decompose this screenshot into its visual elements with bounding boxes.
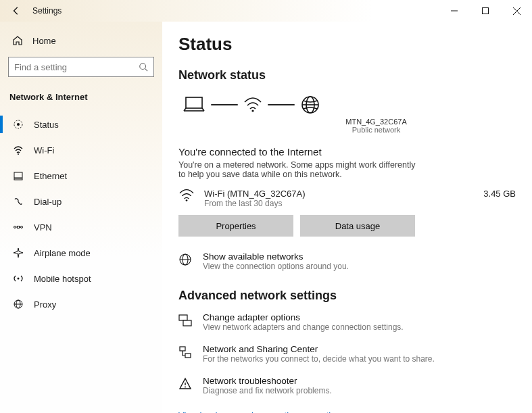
option-sub: View network adapters and change connect… [203,322,404,332]
close-button[interactable] [501,0,532,22]
svg-point-12 [21,226,23,228]
sidebar-item-ethernet[interactable]: Ethernet [8,163,154,189]
search-box[interactable] [8,57,154,77]
sidebar: Home Network & Internet Status Wi-Fi E [0,22,162,413]
warning-icon [178,376,193,391]
svg-point-24 [186,199,188,201]
sidebar-item-dialup[interactable]: Dial-up [8,189,154,214]
svg-point-8 [18,153,19,155]
svg-rect-19 [186,97,202,108]
network-sharing-center[interactable]: Network and Sharing Center For the netwo… [178,344,516,364]
network-diagram [178,95,516,115]
svg-rect-30 [180,347,185,351]
sidebar-item-vpn[interactable]: VPN [8,214,154,240]
search-icon [139,62,148,72]
sidebar-item-wifi[interactable]: Wi-Fi [8,137,154,163]
sidebar-item-hotspot[interactable]: Mobile hotspot [8,266,154,291]
nav-label: Status [34,120,59,130]
option-title: Network troubleshooter [203,376,332,386]
wifi-icon [12,145,24,155]
ssid-label: MTN_4G_32C67A [237,118,516,126]
connected-heading: You're connected to the Internet [178,146,516,157]
nav-label: Proxy [34,299,56,310]
connection-period: From the last 30 days [204,199,466,208]
home-label: Home [32,36,56,46]
sidebar-item-proxy[interactable]: Proxy [8,291,154,317]
svg-point-11 [14,226,16,228]
connected-description: You're on a metered network. Some apps m… [178,160,422,179]
svg-rect-9 [14,172,22,178]
svg-point-15 [18,278,20,280]
section-title: Network status [178,68,516,82]
option-sub: For the networks you connect to, decide … [203,354,435,364]
wifi-icon [243,97,262,113]
nav-label: Ethernet [34,171,67,181]
svg-rect-10 [14,178,22,180]
svg-rect-31 [185,354,191,358]
change-adapter-options[interactable]: Change adapter options View network adap… [178,312,516,332]
laptop-icon [183,96,205,114]
nav-label: Dial-up [34,197,62,207]
svg-rect-28 [179,315,187,320]
nav-label: Wi-Fi [34,145,54,155]
advanced-heading: Advanced network settings [178,289,516,303]
svg-point-20 [251,110,253,112]
search-input[interactable] [14,62,139,72]
svg-point-4 [140,64,146,70]
category-heading: Network & Internet [8,89,154,112]
option-title: Network and Sharing Center [203,344,435,354]
main-content: Status Network status MTN_4G_32C67A Publ… [162,22,532,413]
airplane-icon [12,247,24,258]
minimize-button[interactable] [439,0,470,22]
svg-point-7 [17,123,20,126]
hardware-properties-link[interactable]: View hardware and connection properties [178,410,340,413]
svg-line-5 [145,69,148,72]
nav-label: Mobile hotspot [34,274,91,284]
back-button[interactable] [8,3,24,19]
globe-icon [300,95,320,115]
network-label: MTN_4G_32C67A Public network [237,118,516,134]
network-type-label: Public network [237,126,516,134]
ethernet-icon [12,170,24,181]
properties-button[interactable]: Properties [178,215,293,237]
title-bar: Settings [0,0,532,22]
proxy-icon [12,299,24,310]
svg-rect-14 [18,226,20,228]
window-title: Settings [32,6,62,16]
home-button[interactable]: Home [8,31,154,50]
option-title: Change adapter options [203,312,404,322]
window-controls [439,0,532,22]
connection-row: Wi-Fi (MTN_4G_32C67A) From the last 30 d… [178,189,516,208]
data-usage-button[interactable]: Data usage [300,215,415,237]
wifi-icon [178,189,195,202]
connection-name: Wi-Fi (MTN_4G_32C67A) [204,189,466,199]
adapter-icon [178,312,193,327]
sidebar-item-airplane[interactable]: Airplane mode [8,240,154,266]
nav-label: VPN [34,222,52,233]
show-available-networks[interactable]: Show available networks View the connect… [178,251,516,271]
network-troubleshooter[interactable]: Network troubleshooter Diagnose and fix … [178,376,516,395]
sharing-icon [178,344,193,359]
home-icon [12,35,23,46]
sidebar-item-status[interactable]: Status [8,112,154,137]
data-usage-value: 3.45 GB [475,189,516,199]
svg-rect-29 [183,320,191,326]
option-sub: Diagnose and fix network problems. [203,386,332,395]
svg-rect-1 [483,8,489,14]
svg-point-33 [185,387,186,388]
option-title: Show available networks [203,251,349,262]
globe-icon [178,251,193,266]
dialup-icon [12,196,24,207]
hotspot-icon [12,273,24,284]
page-title: Status [178,34,516,55]
vpn-icon [12,222,24,233]
nav-label: Airplane mode [34,248,91,258]
status-icon [12,119,24,130]
option-sub: View the connection options around you. [203,262,349,271]
maximize-button[interactable] [470,0,501,22]
